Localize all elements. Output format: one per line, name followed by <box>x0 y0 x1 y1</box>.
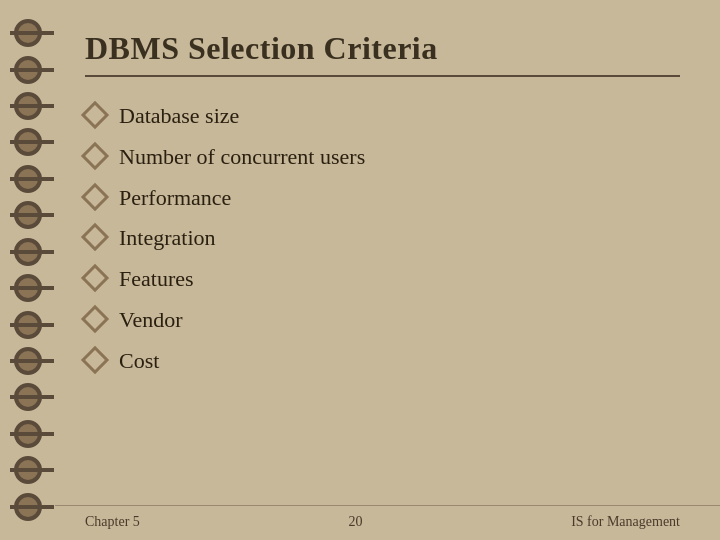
footer-chapter: Chapter 5 <box>85 514 140 530</box>
spiral-ring <box>14 383 42 411</box>
slide-container: DBMS Selection Criteria Database sizeNum… <box>0 0 720 540</box>
bullet-text: Features <box>119 264 194 295</box>
bullet-item: Performance <box>85 183 680 214</box>
bullet-diamond-icon <box>81 264 109 292</box>
spiral-ring <box>14 420 42 448</box>
bullet-item: Cost <box>85 346 680 377</box>
bullet-list: Database sizeNumber of concurrent usersP… <box>85 101 680 485</box>
slide-title: DBMS Selection Criteria <box>85 30 680 67</box>
bullet-text: Number of concurrent users <box>119 142 365 173</box>
bullet-diamond-icon <box>81 182 109 210</box>
spiral-ring <box>14 201 42 229</box>
spiral-ring <box>14 347 42 375</box>
spiral-ring <box>14 274 42 302</box>
spiral-ring <box>14 92 42 120</box>
spiral-ring <box>14 19 42 47</box>
slide-footer: Chapter 5 20 IS for Management <box>55 505 720 540</box>
bullet-text: Cost <box>119 346 159 377</box>
spiral-ring <box>14 456 42 484</box>
bullet-diamond-icon <box>81 142 109 170</box>
spiral-binding <box>0 0 55 540</box>
bullet-text: Integration <box>119 223 216 254</box>
bullet-diamond-icon <box>81 346 109 374</box>
bullet-diamond-icon <box>81 101 109 129</box>
bullet-item: Number of concurrent users <box>85 142 680 173</box>
spiral-ring <box>14 165 42 193</box>
spiral-ring <box>14 238 42 266</box>
bullet-diamond-icon <box>81 223 109 251</box>
spiral-ring <box>14 311 42 339</box>
title-divider <box>85 75 680 77</box>
content-area: DBMS Selection Criteria Database sizeNum… <box>55 0 720 505</box>
bullet-text: Performance <box>119 183 231 214</box>
bullet-text: Vendor <box>119 305 183 336</box>
bullet-diamond-icon <box>81 305 109 333</box>
footer-course: IS for Management <box>571 514 680 530</box>
footer-page-number: 20 <box>348 514 362 530</box>
spiral-ring <box>14 56 42 84</box>
bullet-text: Database size <box>119 101 239 132</box>
bullet-item: Features <box>85 264 680 295</box>
bullet-item: Integration <box>85 223 680 254</box>
spiral-ring <box>14 128 42 156</box>
bullet-item: Vendor <box>85 305 680 336</box>
spiral-ring <box>14 493 42 521</box>
bullet-item: Database size <box>85 101 680 132</box>
